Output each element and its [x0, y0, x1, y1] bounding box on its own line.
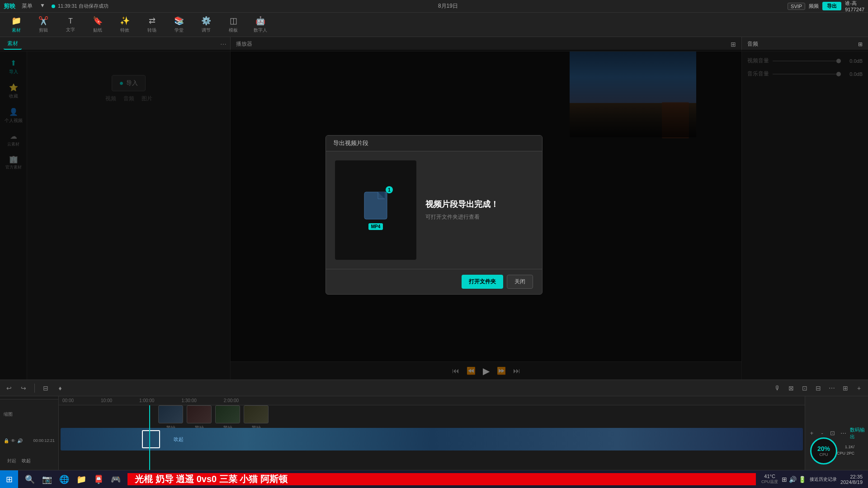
timeline-body: 缩图 🔒 👁 🔊 00:00:12:21 封起 吹起 00: [0, 396, 868, 470]
thumb-box-2: [215, 405, 240, 423]
text-track-label: 封起: [7, 458, 16, 464]
tool-template[interactable]: ◫ 模板: [221, 14, 246, 36]
fullscreen-button[interactable]: ⊞: [840, 383, 851, 394]
zoom-out-btn[interactable]: -: [818, 428, 826, 438]
right-panel-title: 音频: [747, 40, 758, 48]
split-button[interactable]: ⊠: [786, 383, 797, 394]
more-tl-btn[interactable]: ⋯: [840, 428, 847, 438]
thumb-box-1: [187, 405, 212, 423]
timeline-toolbar: ↩ ↪ ⊟ ♦ 🎙 ⊠ ⊡ ⊟ ⋯ ⊞ +: [0, 380, 868, 396]
mic-button[interactable]: 🎙: [772, 383, 783, 394]
tool-effect[interactable]: ✨ 特效: [112, 14, 137, 36]
encode-output-label[interactable]: 数码输出: [850, 427, 865, 440]
more-button[interactable]: ⋯: [826, 383, 837, 394]
sticker-icon: 🔖: [93, 16, 103, 26]
vip-badge[interactable]: SVIP: [788, 3, 805, 10]
tool-learn[interactable]: 📚 学堂: [166, 14, 192, 36]
battery-icon[interactable]: 🔋: [798, 476, 806, 483]
audio-split-button[interactable]: ⊡: [799, 383, 810, 394]
modal-footer: 打开文件夹 关闭: [326, 269, 542, 294]
thumb-box-0: [158, 405, 183, 423]
tool-template-label: 模板: [229, 27, 238, 33]
edit-icon: ✂️: [38, 16, 48, 26]
video-track-label-row: 🔒 👁 🔊 00:00:12:21: [4, 429, 55, 452]
tool-learn-label: 学堂: [175, 27, 184, 33]
app-logo: 剪映: [4, 2, 15, 10]
top-bar: 剪映 菜单 ▼ 11:39:31 自动保存成功 8月19日 SVIP 频频 导出…: [0, 0, 868, 13]
folder-app[interactable]: 📁: [73, 471, 90, 488]
search-app[interactable]: 🔍: [22, 471, 38, 488]
zoom-in-btn[interactable]: +: [808, 428, 816, 438]
tool-avatar[interactable]: 🤖 数字人: [248, 14, 273, 36]
camera-app[interactable]: 📷: [39, 471, 55, 488]
browser-app[interactable]: 🌐: [56, 471, 72, 488]
tool-transition[interactable]: ⇄ 转场: [139, 14, 165, 36]
menu-bar: 菜单 ▼: [19, 1, 48, 11]
main-toolbar: 📁 素材 ✂️ 剪辑 T 文字 🔖 贴纸 ✨ 特效 ⇄ 转场 📚 学堂 ⚙️ 调…: [0, 13, 868, 37]
modal-body: 1 MP4 视频片段导出完成！ 可打开文件夹进行查看: [326, 151, 542, 269]
divider: [34, 384, 35, 393]
modal-preview-area: 1 MP4: [335, 160, 416, 260]
tool-avatar-label: 数字人: [254, 27, 267, 33]
file-icon: [362, 190, 389, 221]
learn-icon: 📚: [174, 16, 184, 26]
status-dot: [52, 5, 55, 8]
mail-app[interactable]: 📮: [90, 471, 107, 488]
cpu-widget: 20% CPU: [810, 437, 837, 465]
taskbar-right: 41°C CPU温度 ⊞ 🔊 🔋 接近历史记录 22:35 2024/8/19: [756, 474, 868, 485]
text-icon: T: [68, 17, 73, 25]
track-labels: 缩图 🔒 👁 🔊 00:00:12:21 封起 吹起: [0, 396, 59, 470]
thumbnail-label: 缩图: [4, 411, 13, 418]
detach-button[interactable]: ⊟: [813, 383, 824, 394]
game-app[interactable]: 🎮: [108, 471, 124, 488]
selected-frame[interactable]: [142, 430, 160, 448]
timeline-section: ↩ ↪ ⊟ ♦ 🎙 ⊠ ⊡ ⊟ ⋯ ⊞ + 缩图 🔒: [0, 380, 868, 470]
undo-button[interactable]: ↩: [4, 383, 14, 394]
taskbar: ⊞ 🔍 📷 🌐 📁 📮 🎮 光棍 奶导 逍遥 0vs0 三菜 小猫 阿斯顿 41…: [0, 470, 868, 488]
time-2: 1:00:00: [139, 398, 154, 403]
time-display: 22:35 2024/8/19: [840, 474, 863, 485]
open-folder-button[interactable]: 打开文件夹: [462, 275, 503, 289]
track-list: 缩图 🔒 👁 🔊 00:00:12:21 封起 吹起: [0, 399, 58, 470]
top-bar-right: SVIP 频频 导出 谁-高9177247: [788, 0, 864, 12]
sound-icon[interactable]: 🔊: [789, 476, 797, 483]
bookmark-button[interactable]: ♦: [55, 383, 66, 394]
cpu-speed2: CPU 2PC: [837, 451, 854, 455]
modal-info: 视频片段导出完成！ 可打开文件夹进行查看: [425, 160, 533, 260]
delete-button[interactable]: ⊟: [40, 383, 51, 394]
tool-text[interactable]: T 文字: [58, 14, 83, 36]
cpu-label: CPU: [819, 452, 828, 457]
redo-button[interactable]: ↪: [18, 383, 29, 394]
menu-item[interactable]: 菜单: [19, 1, 35, 11]
thumb-box-3: [244, 405, 269, 423]
tool-edit[interactable]: ✂️ 剪辑: [31, 14, 56, 36]
network-icon[interactable]: ⊞: [782, 476, 787, 483]
tab-material[interactable]: 素材: [4, 38, 22, 50]
fit-btn[interactable]: ⊡: [829, 428, 836, 438]
text-track-name: 吹起: [22, 458, 31, 464]
panel-expand[interactable]: ⋯: [220, 41, 226, 48]
tool-material[interactable]: 📁 素材: [4, 14, 29, 36]
template-icon: ◫: [230, 16, 237, 26]
text-track-label-row: 封起 吹起: [4, 455, 55, 466]
menu-dropdown[interactable]: ▼: [37, 1, 48, 11]
export-button[interactable]: 导出: [822, 2, 841, 10]
tool-sticker[interactable]: 🔖 贴纸: [85, 14, 110, 36]
cpu-percent: 20%: [817, 445, 830, 452]
tool-adjust[interactable]: ⚙️ 调节: [193, 14, 219, 36]
close-modal-button[interactable]: 关闭: [507, 275, 533, 289]
add-button[interactable]: +: [854, 383, 864, 394]
nearby-history: 接近历史记录: [810, 476, 837, 483]
nearby-label: 接近历史记录: [810, 476, 837, 483]
right-panel-expand[interactable]: ⊞: [858, 41, 863, 47]
playhead[interactable]: [149, 405, 150, 470]
temp-display: 41°C CPU温度: [761, 474, 778, 485]
preview-expand-icon[interactable]: ⊞: [731, 41, 736, 48]
thumbnail-track-label: 缩图: [4, 403, 55, 426]
tool-adjust-label: 调节: [202, 27, 211, 33]
member-label: 频频: [809, 3, 819, 9]
start-button[interactable]: ⊞: [0, 470, 18, 488]
windows-icon: ⊞: [6, 474, 13, 484]
cpu-speed2-value: CPU 2PC: [837, 451, 854, 455]
time-0: 00:00: [62, 398, 74, 403]
